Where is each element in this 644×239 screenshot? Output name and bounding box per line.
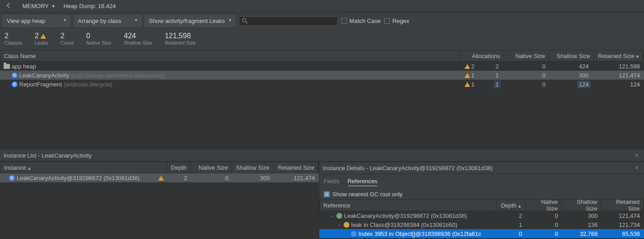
class-table-body: app heap 220424121,598CLeakCanaryActivit…	[0, 62, 644, 149]
table-row[interactable]: CReportFragment (androidx.lifecycle)1101…	[0, 80, 644, 89]
warning-icon	[465, 82, 470, 87]
back-button[interactable]	[3, 1, 14, 11]
object-icon	[344, 222, 349, 228]
warning-icon	[465, 73, 470, 78]
search-input[interactable]	[250, 18, 335, 24]
arrange-select[interactable]: Arrange by class	[74, 15, 141, 27]
svg-point-0	[242, 18, 246, 22]
expand-icon[interactable]: ⌄	[330, 213, 335, 218]
instance-table-body: CLeakCanaryActivity@319298872 (0x13081d3…	[0, 173, 319, 239]
ref-table-header: Reference Depth Native Size Shallow Size…	[319, 199, 644, 211]
class-icon: C	[12, 72, 18, 78]
memory-label: MEMORY	[22, 3, 49, 9]
col-reference[interactable]: Reference	[320, 200, 497, 211]
class-icon: C	[9, 175, 15, 181]
details-panel: Instance Details - LeakCanaryActivity@31…	[319, 162, 644, 239]
stat-leaks: 2Leaks	[35, 32, 48, 45]
warning-icon	[465, 64, 470, 69]
object-icon	[336, 213, 342, 219]
details-header: Instance Details - LeakCanaryActivity@31…	[319, 162, 644, 174]
ref-table-body: ⌄LeakCanaryActivity@319298872 (0x13081d3…	[319, 211, 644, 239]
package-label: (androidx.lifecycle)	[64, 81, 112, 88]
close-details[interactable]: ×	[633, 164, 640, 171]
close-instance-list[interactable]: ×	[633, 152, 640, 159]
table-row[interactable]: CLeakCanaryActivity@319298872 (0x13081d3…	[0, 173, 319, 182]
class-table-header: Class Name Allocations Native Size Shall…	[0, 50, 644, 62]
col-instance[interactable]: Instance	[0, 162, 167, 173]
search-icon	[242, 18, 248, 24]
match-case-checkbox[interactable]: Match Case	[341, 18, 380, 24]
stats-bar: 2Classes 2Leaks 2Count 0Native Size 424S…	[0, 29, 644, 50]
tab-fields[interactable]: Fields	[324, 177, 340, 186]
instance-panel: Instance Depth Native Size Shallow Size …	[0, 162, 319, 239]
table-row[interactable]: ⌄LeakCanaryActivity@319298872 (0x13081d3…	[319, 211, 644, 220]
col-depth[interactable]: Depth	[167, 162, 191, 173]
stat-retained: 121,598Retained Size	[165, 32, 196, 45]
toolbar: View app heap Arrange by class Show acti…	[0, 13, 644, 29]
class-name-label: app heap	[12, 63, 36, 70]
details-title: Instance Details - LeakCanaryActivity@31…	[323, 165, 492, 171]
instance-table-header: Instance Depth Native Size Shallow Size …	[0, 162, 319, 173]
class-name-label: ReportFragment	[19, 81, 62, 88]
object-icon	[351, 231, 357, 237]
warning-icon	[40, 34, 46, 39]
instance-list-title: Instance List - LeakCanaryActivity	[4, 152, 92, 159]
warning-icon	[158, 176, 164, 180]
class-name-label: LeakCanaryActivity	[19, 72, 69, 79]
col-allocations[interactable]: Allocations	[459, 51, 504, 61]
stat-classes: 2Classes	[4, 32, 22, 45]
chevron-down-icon: ▼	[51, 4, 55, 9]
col-native-size[interactable]: Native Size	[504, 51, 549, 61]
col-inst-shallow[interactable]: Shallow Size	[232, 162, 273, 173]
class-icon: C	[12, 81, 18, 87]
table-row[interactable]: ⌄leak in Class@319298384 (0x13081b50)101…	[319, 220, 644, 229]
search-field[interactable]	[239, 16, 338, 26]
instance-label: LeakCanaryActivity@319298872 (0x13081d38…	[17, 175, 139, 181]
reference-label: LeakCanaryActivity@319298872 (0x13081d38…	[344, 212, 467, 219]
tab-references[interactable]: References	[348, 177, 377, 186]
instance-list-header: Instance List - LeakCanaryActivity ×	[0, 149, 644, 162]
regex-checkbox[interactable]: Regex	[384, 18, 409, 24]
col-shallow-size[interactable]: Shallow Size	[549, 51, 594, 61]
arrow-left-icon	[5, 2, 12, 9]
col-retained-size[interactable]: Retained Size	[594, 51, 644, 61]
heap-dump-label: Heap Dump: 18.424	[63, 3, 116, 9]
table-row[interactable]: CLeakCanaryActivity (com.chunyu.workdemo…	[0, 71, 644, 80]
folder-icon	[4, 64, 10, 69]
stat-native: 0Native Size	[86, 32, 112, 45]
reference-label: leak in Class@319298384 (0x13081b50)	[351, 221, 457, 228]
top-bar: MEMORY ▼ Heap Dump: 18.424	[0, 0, 644, 13]
table-row[interactable]: Index 3953 in Object[]@318398936 (0x12fa…	[319, 229, 644, 238]
package-label: (com.chunyu.workdemo.leakcanary)	[71, 72, 165, 79]
col-inst-native[interactable]: Native Size	[191, 162, 232, 173]
bottom-panels: Instance Depth Native Size Shallow Size …	[0, 162, 644, 239]
col-class-name[interactable]: Class Name	[0, 51, 459, 61]
details-tabs: Fields References	[319, 174, 644, 189]
reference-label: Index 3953 in Object[]@318398936 (0x12fa…	[358, 230, 481, 237]
view-heap-select[interactable]: View app heap	[3, 15, 70, 27]
memory-dropdown[interactable]: MEMORY ▼	[19, 2, 59, 10]
filter-select[interactable]: Show activity/fragment Leaks	[145, 15, 235, 27]
stat-shallow: 424Shallow Size	[124, 32, 152, 45]
col-inst-retained[interactable]: Retained Size	[273, 162, 318, 173]
stat-count: 2Count	[60, 32, 73, 45]
table-row[interactable]: app heap 220424121,598	[0, 62, 644, 71]
expand-icon[interactable]: ⌄	[337, 222, 342, 227]
col-ref-depth[interactable]: Depth	[497, 200, 526, 211]
class-table: Class Name Allocations Native Size Shall…	[0, 50, 644, 149]
